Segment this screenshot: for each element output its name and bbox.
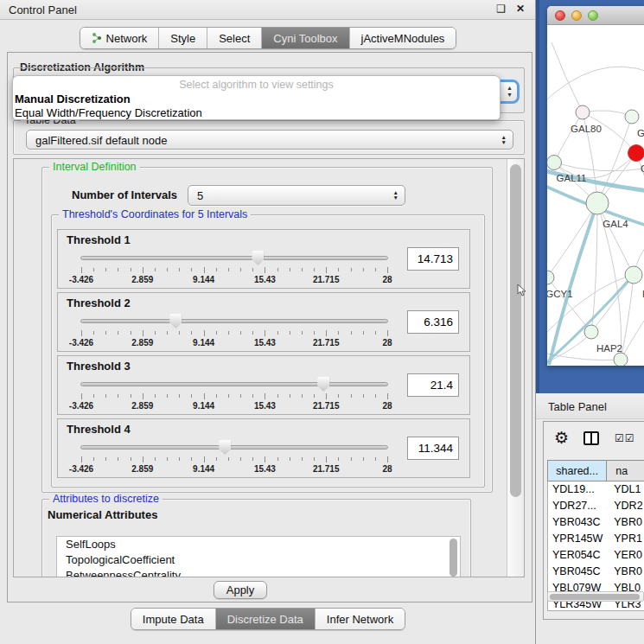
tab-impute-data[interactable]: Impute Data bbox=[131, 609, 216, 629]
gear-icon[interactable]: ⚙ bbox=[554, 430, 569, 447]
slider-thumb[interactable] bbox=[252, 251, 264, 265]
slider-thumb[interactable] bbox=[219, 440, 231, 455]
list-item[interactable]: BetweennessCentrality bbox=[57, 568, 460, 577]
threshold-3-panel: Threshold 3 -3.4262.8599.14415.4321.7152… bbox=[57, 355, 470, 415]
node-label-gcy1: GCY1 bbox=[547, 289, 573, 299]
threshold-3-slider[interactable]: -3.4262.8599.14415.4321.71528 bbox=[80, 377, 388, 411]
close-panel-icon[interactable]: ✕ bbox=[516, 3, 525, 15]
dropdown-item-equal-width-frequency[interactable]: Equal Width/Frequency Discretization bbox=[13, 106, 500, 120]
table-panel-toolbar: ⚙ ☑☑ bbox=[544, 422, 644, 458]
table-data-combo-value: galFiltered.sif default node bbox=[35, 133, 167, 146]
mouse-cursor bbox=[517, 284, 527, 301]
list-item[interactable]: SelfLoops bbox=[57, 537, 460, 552]
column-header-name[interactable]: na bbox=[607, 460, 644, 481]
dropdown-placeholder-item[interactable]: Select algorithm to view settings bbox=[13, 78, 500, 92]
slider-track[interactable] bbox=[80, 256, 388, 260]
top-tab-bar: Network Style Select Cyni Toolbox jActiv… bbox=[0, 27, 536, 49]
thresholds-coordinates-group: Threshold's Coordinates for 5 Intervals … bbox=[51, 214, 485, 488]
table-horizontal-scrollbar[interactable] bbox=[547, 591, 644, 602]
slider-track[interactable] bbox=[80, 319, 388, 323]
numerical-attributes-label: Numerical Attributes bbox=[48, 508, 157, 521]
scrollbar-thumb[interactable] bbox=[510, 164, 521, 497]
tab-select[interactable]: Select bbox=[207, 28, 262, 48]
tab-impute-data-label: Impute Data bbox=[143, 613, 204, 626]
network-view-frame: GAL80 G. C GAL11 GAL4 GCY1 H HAP2 bbox=[536, 0, 644, 393]
threshold-4-slider[interactable]: -3.4262.8599.14415.4321.71528 bbox=[80, 440, 388, 475]
table-data-group: Table Data galFiltered.sif default node … bbox=[13, 120, 525, 155]
tab-discretize-data-label: Discretize Data bbox=[227, 613, 303, 626]
attributes-group-title: Attributes to discretize bbox=[49, 493, 163, 505]
table-row[interactable]: YBR045CYBR0 bbox=[548, 564, 644, 580]
list-item[interactable]: TopologicalCoefficient bbox=[57, 552, 460, 568]
tab-cyni-toolbox[interactable]: Cyni Toolbox bbox=[262, 28, 349, 48]
node-label-hap2: HAP2 bbox=[596, 343, 622, 354]
table-row[interactable]: YPR145WYPR1 bbox=[548, 531, 644, 547]
threshold-1-slider[interactable]: -3.4262.8599.14415.4321.71528 bbox=[80, 251, 388, 285]
tab-style[interactable]: Style bbox=[159, 28, 207, 48]
node-gal11 bbox=[547, 156, 562, 170]
tab-discretize-data[interactable]: Discretize Data bbox=[216, 609, 316, 629]
close-traffic-light-icon[interactable] bbox=[555, 10, 565, 21]
tab-style-label: Style bbox=[170, 32, 195, 45]
tab-cyni-toolbox-label: Cyni Toolbox bbox=[273, 32, 337, 45]
slider-track[interactable] bbox=[80, 382, 388, 386]
tab-select-label: Select bbox=[219, 32, 250, 45]
dropdown-item-manual-discretization[interactable]: Manual Discretization bbox=[13, 92, 500, 106]
algorithm-dropdown-popup: Select algorithm to view settings Manual… bbox=[12, 75, 501, 120]
threshold-3-value-field[interactable]: 21.4 bbox=[407, 373, 459, 397]
node-label-gal4: GAL4 bbox=[603, 219, 628, 229]
threshold-4-value-field[interactable]: 11.344 bbox=[407, 437, 459, 460]
slider-thumb[interactable] bbox=[317, 377, 329, 392]
checkbox-icons[interactable]: ☑☑ bbox=[615, 432, 635, 444]
scrollbar-thumb[interactable] bbox=[550, 594, 640, 600]
slider-ticks bbox=[81, 267, 387, 274]
tab-jactivemnodules[interactable]: jActiveMNodules bbox=[350, 28, 456, 48]
combo-stepper-icon: ▲▼ bbox=[507, 85, 513, 99]
table-data-combo[interactable]: galFiltered.sif default node ▲▼ bbox=[26, 130, 513, 150]
threshold-1-value-field[interactable]: 14.713 bbox=[407, 247, 459, 271]
slider-tick-labels: -3.4262.8599.14415.4321.71528 bbox=[81, 275, 387, 285]
node-partial-right bbox=[625, 266, 642, 284]
threshold-4-label: Threshold 4 bbox=[67, 423, 131, 436]
column-header-shared[interactable]: shared... bbox=[547, 460, 607, 481]
apply-button[interactable]: Apply bbox=[214, 581, 267, 599]
table-row[interactable]: YBR043CYBR0 bbox=[548, 514, 644, 531]
network-canvas[interactable]: GAL80 G. C GAL11 GAL4 GCY1 H HAP2 bbox=[547, 25, 644, 366]
network-icon bbox=[92, 32, 102, 44]
float-window-icon[interactable]: ❑ bbox=[496, 3, 506, 15]
combo-stepper-icon: ▲▼ bbox=[393, 190, 399, 201]
table-row[interactable]: YDL19...YDL1 bbox=[548, 481, 644, 498]
network-view-window[interactable]: GAL80 G. C GAL11 GAL4 GCY1 H HAP2 bbox=[547, 6, 644, 366]
slider-thumb[interactable] bbox=[169, 314, 182, 328]
tab-infer-network-label: Infer Network bbox=[327, 613, 393, 626]
node-hap2 bbox=[584, 325, 598, 339]
slider-tick-labels: -3.4262.8599.14415.4321.71528 bbox=[81, 338, 387, 348]
interval-definition-title: Interval Definition bbox=[49, 161, 140, 173]
attributes-to-discretize-group: Attributes to discretize Numerical Attri… bbox=[41, 499, 471, 577]
application-root: Control Panel ❑ ✕ Network bbox=[0, 0, 644, 644]
thresholds-group-title: Threshold's Coordinates for 5 Intervals bbox=[59, 208, 251, 220]
minimize-traffic-light-icon[interactable] bbox=[571, 10, 582, 21]
tab-network[interactable]: Network bbox=[80, 28, 160, 48]
table-panel-titlebar: Table Panel bbox=[536, 393, 644, 419]
split-columns-icon[interactable] bbox=[583, 431, 599, 445]
control-panel: Control Panel ❑ ✕ Network bbox=[0, 0, 536, 644]
node-partial-top bbox=[625, 110, 639, 124]
list-scrollbar-thumb[interactable] bbox=[450, 539, 457, 577]
network-window-titlebar bbox=[547, 6, 644, 25]
table-row[interactable]: YER054CYER0 bbox=[548, 547, 644, 564]
slider-track[interactable] bbox=[80, 445, 388, 450]
threshold-2-value-field[interactable]: 6.316 bbox=[407, 310, 459, 334]
threshold-3-label: Threshold 3 bbox=[67, 360, 131, 373]
tab-infer-network[interactable]: Infer Network bbox=[316, 609, 405, 629]
table-header-row: shared... na bbox=[547, 460, 644, 481]
zoom-traffic-light-icon[interactable] bbox=[588, 10, 598, 21]
numerical-attributes-list[interactable]: SelfLoops TopologicalCoefficient Between… bbox=[56, 536, 461, 577]
slider-tick-labels: -3.4262.8599.14415.4321.71528 bbox=[81, 464, 387, 475]
threshold-2-slider[interactable]: -3.4262.8599.14415.4321.71528 bbox=[80, 314, 388, 348]
number-of-intervals-combo[interactable]: 5 ▲▼ bbox=[188, 185, 405, 206]
threshold-2-label: Threshold 2 bbox=[67, 296, 131, 309]
settings-vertical-scrollbar[interactable] bbox=[507, 159, 524, 577]
frame-shade bbox=[536, 0, 539, 393]
table-row[interactable]: YDR27...YDR2 bbox=[548, 498, 644, 514]
